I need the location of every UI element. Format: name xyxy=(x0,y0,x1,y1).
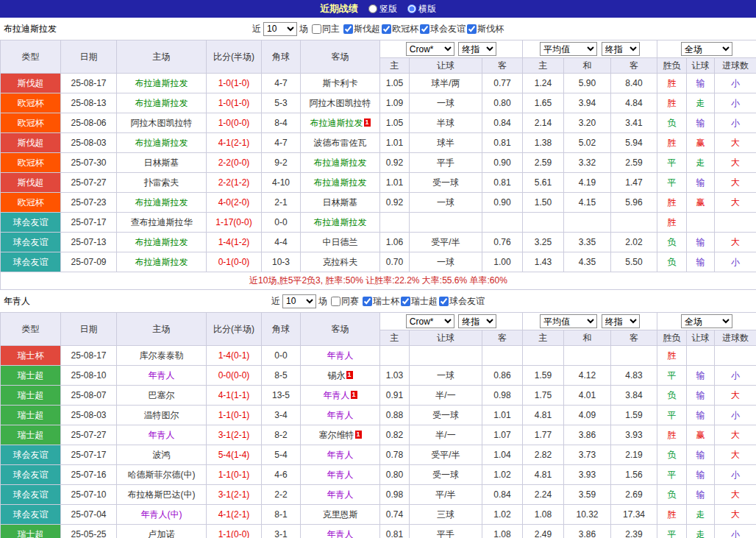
league-type-badge[interactable]: 欧冠杯 xyxy=(1,113,61,133)
team-link[interactable]: 布拉迪斯拉发 xyxy=(135,98,188,108)
league-type-badge[interactable]: 斯伐超 xyxy=(1,74,61,93)
team-link[interactable]: 巴塞尔 xyxy=(149,390,175,400)
team-link[interactable]: 扑雷索夫 xyxy=(144,177,179,188)
league-checkbox[interactable] xyxy=(363,297,372,306)
team-link[interactable]: 年青人 xyxy=(324,390,350,400)
fulltime-select[interactable]: 全场 xyxy=(681,314,732,328)
team-link[interactable]: 年青人 xyxy=(327,450,354,460)
league-filter[interactable]: 球会友谊 xyxy=(420,23,466,35)
final-odds-select[interactable]: 终指 xyxy=(602,314,640,328)
team-link[interactable]: 年青人 xyxy=(327,470,354,480)
team-link[interactable]: 查布拉迪斯拉华 xyxy=(131,217,193,227)
league-type-badge[interactable]: 瑞士超 xyxy=(1,366,61,386)
final-odds-select[interactable]: 终指 xyxy=(458,314,496,328)
team-link[interactable]: 哈德斯菲尔德(中) xyxy=(128,470,196,480)
team-link[interactable]: 温特图尔 xyxy=(144,410,179,420)
league-filter[interactable]: 瑞士杯 xyxy=(363,295,399,308)
league-filter[interactable]: 瑞士超 xyxy=(401,295,438,308)
odds-value: 3.84 xyxy=(611,386,657,406)
league-type-badge[interactable]: 球会友谊 xyxy=(1,485,61,505)
league-filter[interactable]: 斯伐杯 xyxy=(467,23,504,35)
team-link[interactable]: 日林斯基 xyxy=(323,197,358,208)
league-filter[interactable]: 球会友谊 xyxy=(439,295,485,308)
league-checkbox[interactable] xyxy=(420,24,429,34)
odds-value: 2.69 xyxy=(611,485,657,505)
league-filter[interactable]: 欧冠杯 xyxy=(382,23,418,35)
team-link[interactable]: 克里恩斯 xyxy=(323,509,358,520)
near-count-select[interactable]: 10 xyxy=(282,294,316,308)
league-type-badge[interactable]: 欧冠杯 xyxy=(1,153,61,173)
team-link[interactable]: 克拉科夫 xyxy=(323,257,358,267)
league-type-badge[interactable]: 球会友谊 xyxy=(1,233,61,252)
league-type-badge[interactable]: 瑞士超 xyxy=(1,406,61,425)
team-link[interactable]: 年青人 xyxy=(149,430,175,440)
same-filter[interactable]: 同赛 xyxy=(331,295,359,308)
team-link[interactable]: 年青人 xyxy=(327,529,354,538)
team-link[interactable]: 布拉迪斯拉发 xyxy=(314,157,367,168)
final-odds-select[interactable]: 终指 xyxy=(602,42,640,56)
layout-radio-horizontal[interactable]: 横版 xyxy=(407,3,436,15)
team-link[interactable]: 阿拉木图凯拉特 xyxy=(131,118,193,128)
team-link[interactable]: 布拉迪斯拉发 xyxy=(135,78,188,88)
final-odds-select[interactable]: 终指 xyxy=(458,42,496,56)
league-type-badge[interactable]: 斯伐超 xyxy=(1,133,61,153)
team-link[interactable]: 阿拉木图凯拉特 xyxy=(310,98,371,108)
team-link[interactable]: 布拉格斯巴达(中) xyxy=(128,489,196,500)
league-type-badge[interactable]: 欧冠杯 xyxy=(1,93,61,113)
team-link[interactable]: 波鸿 xyxy=(153,450,171,460)
team-link[interactable]: 布拉迪斯拉发 xyxy=(314,177,367,188)
league-checkbox[interactable] xyxy=(343,24,353,34)
team-link[interactable]: 库尔泰泰勒 xyxy=(140,350,184,361)
odds-value: 2.82 xyxy=(523,445,564,465)
league-type-badge[interactable]: 球会友谊 xyxy=(1,465,61,485)
team-link[interactable]: 年青人 xyxy=(327,489,354,500)
team-link[interactable]: 布拉迪斯拉发 xyxy=(314,217,367,227)
company-select[interactable]: Crow* xyxy=(406,42,454,56)
league-type-badge[interactable]: 球会友谊 xyxy=(1,505,61,525)
team-link[interactable]: 布拉迪斯拉发 xyxy=(310,118,363,128)
team-link[interactable]: 年青人(中) xyxy=(141,509,182,520)
league-checkbox[interactable] xyxy=(439,297,449,306)
layout-radio-vertical[interactable]: 竖版 xyxy=(368,3,397,15)
team-link[interactable]: 布拉迪斯拉发 xyxy=(135,197,188,208)
league-filter[interactable]: 斯伐超 xyxy=(343,23,380,35)
league-type-badge[interactable]: 球会友谊 xyxy=(1,213,61,233)
team-link[interactable]: 布拉迪斯拉发 xyxy=(135,138,188,148)
league-checkbox[interactable] xyxy=(382,24,391,34)
team-link[interactable]: 年青人 xyxy=(327,350,354,361)
league-type-badge[interactable]: 球会友谊 xyxy=(1,445,61,465)
league-type-badge[interactable]: 欧冠杯 xyxy=(1,193,61,213)
league-type-badge[interactable]: 斯伐超 xyxy=(1,173,61,193)
team-link[interactable]: 年青人 xyxy=(327,410,354,420)
vertical-radio[interactable] xyxy=(368,4,377,13)
league-type-badge[interactable]: 瑞士超 xyxy=(1,425,61,445)
league-type-badge[interactable]: 瑞士超 xyxy=(1,525,61,538)
same-checkbox[interactable] xyxy=(312,24,321,34)
team-link[interactable]: 卢加诺 xyxy=(149,529,175,538)
team-link[interactable]: 布拉迪斯拉发 xyxy=(135,257,188,267)
fulltime-select[interactable]: 全场 xyxy=(681,42,732,56)
league-type-badge[interactable]: 瑞士超 xyxy=(1,386,61,406)
average-odds-select[interactable]: 平均值 xyxy=(540,42,597,56)
team-link[interactable]: 波德布雷佐瓦 xyxy=(314,138,367,148)
near-count-select[interactable]: 10 xyxy=(263,22,297,36)
same-filter[interactable]: 同主 xyxy=(312,23,340,35)
handicap-outcome: 输 xyxy=(687,445,715,465)
handicap-outcome xyxy=(687,346,715,366)
team-link[interactable]: 日林斯基 xyxy=(144,157,179,168)
league-checkbox[interactable] xyxy=(467,24,477,34)
team-link[interactable]: 布拉迪斯拉发 xyxy=(135,237,188,247)
odds-value: 1.07 xyxy=(482,425,523,445)
team-link[interactable]: 中日德兰 xyxy=(323,237,358,247)
company-select[interactable]: Crow* xyxy=(406,314,454,328)
team-link[interactable]: 塞尔维特 xyxy=(319,430,354,440)
team-link[interactable]: 年青人 xyxy=(149,370,175,381)
team-link[interactable]: 锡永 xyxy=(328,370,346,381)
league-type-badge[interactable]: 瑞士杯 xyxy=(1,346,61,366)
horizontal-radio[interactable] xyxy=(407,4,416,13)
same-checkbox[interactable] xyxy=(331,297,340,306)
league-checkbox[interactable] xyxy=(401,297,410,306)
average-odds-select[interactable]: 平均值 xyxy=(540,314,597,328)
team-link[interactable]: 斯卡利卡 xyxy=(323,78,358,88)
league-type-badge[interactable]: 球会友谊 xyxy=(1,252,61,272)
